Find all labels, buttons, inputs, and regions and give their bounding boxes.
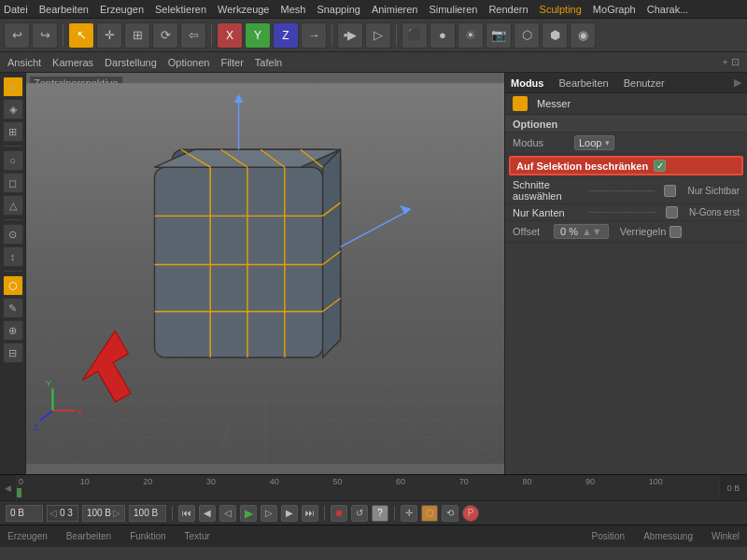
status-funktion[interactable]: Funktion bbox=[130, 531, 165, 541]
move-tool[interactable]: ✛ bbox=[96, 22, 122, 49]
x-axis-btn[interactable]: X bbox=[217, 22, 243, 49]
select-tool[interactable]: ↖ bbox=[68, 22, 94, 49]
modus-dropdown[interactable]: Loop bbox=[574, 135, 614, 150]
select-mode-btn[interactable]: ↖ bbox=[3, 77, 23, 97]
mode-tab[interactable]: Modus bbox=[511, 77, 543, 89]
key-btn[interactable]: ⬡ bbox=[421, 505, 438, 522]
render-region-btn[interactable]: ▪▶ bbox=[337, 22, 363, 49]
timeline-track[interactable]: 0 10 20 30 40 50 60 70 80 90 100 bbox=[17, 475, 719, 500]
playhead[interactable] bbox=[17, 488, 21, 497]
skip-start-btn[interactable]: ⏮ bbox=[178, 505, 195, 522]
current-frame-field[interactable]: 0 B bbox=[6, 505, 43, 522]
menu-animieren[interactable]: Animieren bbox=[372, 4, 418, 15]
menu-erzeugen[interactable]: Erzeugen bbox=[100, 4, 144, 15]
view-menu[interactable]: Ansicht bbox=[7, 57, 41, 68]
viewport[interactable]: Zentralperspektive bbox=[26, 73, 504, 474]
end-frame-field[interactable]: 100 B ▷ bbox=[82, 505, 125, 522]
right-panel-header: Modus Bearbeiten Benutzer ▶ bbox=[505, 73, 747, 93]
tafeln-menu[interactable]: Tafeln bbox=[255, 57, 282, 68]
rotate-tool[interactable]: ⟳ bbox=[152, 22, 178, 49]
max-frame-field[interactable]: 100 B bbox=[129, 505, 166, 522]
prev-frame-btn[interactable]: ◁ bbox=[219, 505, 236, 522]
cube-btn[interactable]: ⬛ bbox=[402, 22, 428, 49]
menu-charak[interactable]: Charak... bbox=[647, 4, 689, 15]
menu-simulieren[interactable]: Simulieren bbox=[429, 4, 477, 15]
schnitte-checkbox[interactable] bbox=[664, 185, 676, 197]
undo-button[interactable]: ↩ bbox=[4, 22, 30, 49]
status-erzeugen[interactable]: Erzeugen bbox=[7, 531, 48, 541]
status-textur[interactable]: Textur bbox=[185, 531, 210, 541]
add-btn[interactable]: ⊕ bbox=[3, 320, 23, 341]
menu-snapping[interactable]: Snapping bbox=[317, 4, 360, 15]
menu-mesh[interactable]: Mesh bbox=[280, 4, 305, 15]
sphere-mode-btn[interactable]: ○ bbox=[3, 150, 23, 171]
panel-controls[interactable]: + ⊡ bbox=[723, 56, 740, 68]
secondary-toolbar: Ansicht Kameras Darstellung Optionen Fil… bbox=[0, 52, 747, 73]
offset-row: Offset 0 % ▲▼ Verriegeln bbox=[505, 221, 747, 243]
prev-frame-arrow[interactable]: ◁ bbox=[49, 508, 57, 518]
play-mode-btn[interactable]: P bbox=[462, 505, 479, 522]
prev-btn[interactable]: ◀ bbox=[199, 505, 216, 522]
next-btn[interactable]: ▶ bbox=[281, 505, 298, 522]
brush-btn[interactable]: ✎ bbox=[3, 298, 23, 318]
material-btn[interactable]: ◉ bbox=[570, 22, 596, 49]
snap-btn[interactable]: ✛ bbox=[401, 505, 417, 522]
paint-btn[interactable]: ◈ bbox=[3, 99, 23, 119]
optionen-menu[interactable]: Optionen bbox=[168, 57, 210, 68]
next-frame-arrow[interactable]: ▷ bbox=[113, 508, 120, 518]
tick-100: 100 bbox=[649, 477, 663, 486]
edit-tab[interactable]: Bearbeiten bbox=[558, 77, 608, 89]
grid-btn[interactable]: ⊞ bbox=[3, 121, 23, 142]
poly-mode-btn[interactable]: △ bbox=[3, 195, 23, 216]
offset-field[interactable]: 0 % ▲▼ bbox=[554, 224, 609, 239]
menu-werkzeuge[interactable]: Werkzeuge bbox=[218, 4, 269, 15]
bones-btn[interactable]: ⬡ bbox=[514, 22, 540, 49]
skip-end-btn[interactable]: ⏭ bbox=[302, 505, 318, 522]
verriegeln-checkbox[interactable] bbox=[669, 226, 682, 238]
light-btn[interactable]: ☀ bbox=[458, 22, 484, 49]
next-frame-btn[interactable]: ▷ bbox=[261, 505, 277, 522]
panel-resize[interactable]: ▶ bbox=[734, 77, 741, 89]
move-btn[interactable]: ↕ bbox=[3, 246, 23, 267]
help-btn[interactable]: ? bbox=[372, 505, 388, 522]
menu-bearbeiten[interactable]: Bearbeiten bbox=[39, 4, 89, 15]
loop-btn[interactable]: ↺ bbox=[351, 505, 368, 522]
render-btn[interactable]: ▷ bbox=[365, 22, 391, 49]
kanten-dotted bbox=[589, 212, 656, 213]
camera-btn[interactable]: 📷 bbox=[486, 22, 512, 49]
transform-tool[interactable]: ⇦ bbox=[180, 22, 206, 49]
svg-text:Y: Y bbox=[46, 378, 52, 388]
box-mode-btn[interactable]: ◻ bbox=[3, 173, 23, 193]
menu-rendern[interactable]: Rendern bbox=[488, 4, 528, 15]
magnet-btn[interactable]: ⊙ bbox=[3, 224, 23, 245]
sphere-btn[interactable]: ● bbox=[430, 22, 456, 49]
record-btn[interactable]: ⏺ bbox=[331, 505, 347, 522]
user-tab[interactable]: Benutzer bbox=[624, 77, 665, 89]
coord-btn[interactable]: → bbox=[301, 22, 327, 49]
redo-button[interactable]: ↪ bbox=[32, 22, 58, 49]
status-bearbeiten[interactable]: Bearbeiten bbox=[66, 531, 111, 541]
toolbar-separator-3 bbox=[331, 24, 332, 47]
auf-selektion-checkbox[interactable]: ✓ bbox=[654, 160, 666, 172]
start-frame[interactable]: 0 3 bbox=[57, 508, 76, 518]
deformer-btn[interactable]: ⬢ bbox=[542, 22, 568, 49]
menu-sculpting[interactable]: Sculpting bbox=[540, 4, 582, 15]
auf-selektion-row[interactable]: Auf Selektion beschränken ✓ bbox=[509, 156, 743, 175]
anim-btn[interactable]: ⟲ bbox=[442, 505, 458, 522]
sculpt-btn[interactable]: ⬡ bbox=[3, 275, 23, 296]
scale-tool[interactable]: ⊞ bbox=[124, 22, 150, 49]
schnitte-row: Schnitte auswählen Nur Sichtbar bbox=[505, 177, 747, 204]
menu-selektieren[interactable]: Selektieren bbox=[155, 4, 206, 15]
y-axis-btn[interactable]: Y bbox=[245, 22, 271, 49]
z-axis-btn[interactable]: Z bbox=[273, 22, 299, 49]
tick-10: 10 bbox=[80, 477, 90, 486]
menu-mograph[interactable]: MoGraph bbox=[593, 4, 636, 15]
darstellung-menu[interactable]: Darstellung bbox=[105, 57, 157, 68]
frame-range-field[interactable]: ◁ 0 3 bbox=[47, 505, 78, 522]
nur-kanten-checkbox[interactable] bbox=[666, 206, 678, 218]
filter-menu[interactable]: Filter bbox=[220, 57, 243, 68]
cameras-menu[interactable]: Kameras bbox=[52, 57, 93, 68]
sub-btn[interactable]: ⊟ bbox=[3, 343, 23, 363]
play-btn[interactable]: ▶ bbox=[240, 505, 257, 522]
menu-datei[interactable]: Datei bbox=[4, 4, 28, 15]
